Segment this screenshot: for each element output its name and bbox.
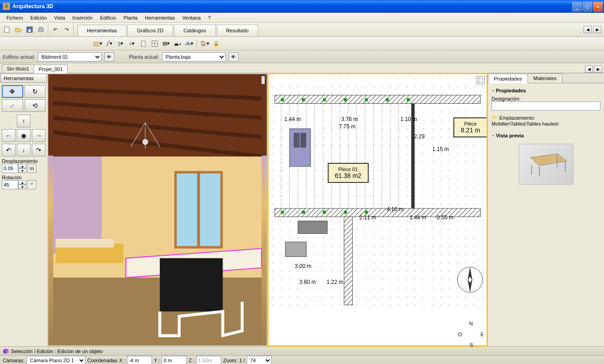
nav-rotright-button[interactable]: ↷ (32, 144, 46, 157)
menu-help[interactable]: ? (204, 14, 214, 21)
move-tool-button[interactable]: ✥ (2, 85, 23, 98)
line-button[interactable]: ╱▾ (104, 39, 114, 49)
house-button[interactable]: 🏠▾ (200, 39, 210, 49)
svg-rect-34 (344, 217, 352, 305)
floorplan-icon (269, 74, 487, 309)
section-properties-head[interactable]: Propiedades (492, 86, 600, 95)
coord-x-input[interactable] (127, 356, 152, 364)
doctab-project[interactable]: Projet_001 (34, 65, 68, 73)
dim-9: 1.44 m (410, 214, 426, 221)
open-file-button[interactable] (13, 25, 23, 35)
displacement-up-button[interactable]: ▴ (18, 164, 26, 168)
orbit-tool-button[interactable]: ⟲ (25, 99, 46, 112)
zoom-select[interactable]: 74 (247, 356, 272, 364)
ribbon-next-button[interactable]: ▶ (593, 26, 601, 33)
nav-down-button[interactable]: ↓ (17, 144, 30, 157)
room-label-2: Pièce 8.21 m (453, 117, 487, 137)
tab-result[interactable]: Resultado (217, 25, 259, 36)
tab-catalogs[interactable]: Catálogos (174, 25, 216, 36)
doctab-untitled[interactable]: Sin título1 (2, 64, 34, 73)
camera-select[interactable]: Cámara Plano 2D 1 (26, 356, 86, 364)
nav-up-button[interactable]: ↑ (17, 115, 30, 127)
tab-properties[interactable]: Propiedades (488, 74, 528, 83)
svg-rect-63 (281, 211, 284, 214)
floor-visibility-button[interactable]: 👁 (228, 52, 239, 61)
menu-view[interactable]: Vista (51, 14, 69, 21)
dim-2: 3.76 m (341, 116, 358, 122)
coord-y-input[interactable] (162, 356, 187, 364)
nav-left-button[interactable]: ← (2, 129, 15, 142)
wall-button[interactable]: ▾ (93, 39, 103, 49)
window-button[interactable] (150, 39, 160, 49)
titlebar: A Arquitectura 3D _ □ ✕ (0, 0, 604, 13)
terrain-button[interactable]: ⛰▾ (173, 39, 183, 49)
dim-3: 7.75 m (339, 123, 356, 130)
compass-e: E (481, 332, 484, 337)
roof-button[interactable]: ▾ (184, 39, 194, 49)
document-tabs: Sin título1 Projet_001 ◀ ▶ (0, 63, 604, 73)
designation-input[interactable] (492, 101, 600, 111)
stairs-button[interactable]: ▤▾ (161, 39, 171, 49)
close-button[interactable]: ✕ (593, 2, 603, 11)
displacement-down-button[interactable]: ▾ (18, 168, 26, 173)
svg-rect-0 (5, 27, 9, 32)
main-area: Herramientas ✥ ↻ ⟋ ⟲ ↑ ← ◉ → ↶ ↓ ↷ Despl… (0, 73, 604, 346)
opening-button[interactable]: ⌂▾ (127, 39, 137, 49)
maximize-button[interactable]: □ (583, 2, 592, 11)
menu-tools[interactable]: Herramientas (141, 14, 178, 21)
displacement-unit: m (27, 164, 36, 173)
nav-center-button[interactable]: ◉ (17, 129, 30, 142)
minimize-button[interactable]: _ (572, 2, 582, 11)
selector-row: Edificio actual: Bâtiment 01 👁 Planta ac… (0, 51, 604, 63)
folder-icon: 📁 (492, 115, 498, 121)
pan-tool-button[interactable]: ⟋ (2, 99, 23, 112)
room1-area: 61.38 m2 (335, 172, 361, 179)
doctab-prev-button[interactable]: ◀ (585, 66, 593, 73)
menu-floor[interactable]: Planta (120, 14, 141, 21)
dim-4: 1.10 m (401, 116, 417, 122)
rotation-up-button[interactable]: ▴ (18, 180, 26, 185)
building-select[interactable]: Bâtiment 01 (38, 52, 102, 61)
nav-right-button[interactable]: → (32, 129, 46, 142)
door-button[interactable] (138, 39, 148, 49)
menu-edit[interactable]: Edición (27, 14, 51, 21)
building-visibility-button[interactable]: 👁 (104, 52, 114, 61)
viewport-3d[interactable]: ⛶ (48, 74, 267, 345)
lock-button[interactable]: 🔒 (211, 39, 221, 49)
redo-button[interactable]: ↷ (61, 25, 71, 35)
menu-building[interactable]: Edificio (96, 14, 120, 21)
tab-graphics2d[interactable]: Gráficos 2D (127, 25, 173, 36)
title-text: Arquitectura 3D (12, 3, 572, 10)
rotation-input[interactable] (2, 180, 18, 189)
menu-insert[interactable]: Inserción (69, 14, 96, 21)
svg-rect-58 (323, 98, 325, 101)
column-button[interactable]: ▯▾ (116, 39, 126, 49)
toolbar-row: ▾ ╱▾ ▯▾ ⌂▾ ▤▾ ⛰▾ ▾ 🏠▾ 🔒 (0, 37, 604, 51)
displacement-input[interactable] (2, 164, 18, 173)
save-button[interactable] (25, 25, 35, 35)
dim-6: 1.15 m (432, 146, 449, 152)
menu-file[interactable]: Fichero (3, 14, 27, 21)
scene-3d-icon (48, 74, 267, 345)
rotation-down-button[interactable]: ▾ (18, 185, 26, 189)
svg-rect-62 (407, 98, 410, 101)
doctab-next-button[interactable]: ▶ (594, 66, 602, 73)
new-file-button[interactable] (2, 25, 12, 35)
ribbon-prev-button[interactable]: ◀ (584, 26, 592, 33)
rotate-tool-button[interactable]: ↻ (25, 85, 46, 98)
floor-select[interactable]: Planta baja (162, 52, 226, 61)
menu-window[interactable]: Ventana (178, 14, 204, 21)
section-preview-head[interactable]: Vista previa (492, 131, 600, 140)
tab-tools[interactable]: Herramientas (77, 25, 127, 36)
nav-rotleft-button[interactable]: ↶ (2, 144, 15, 157)
rotation-unit-button[interactable]: ° (27, 180, 36, 189)
viewport-2d[interactable]: ⛶ P (269, 74, 487, 345)
room1-name: Pièce 01 (335, 167, 361, 172)
tab-materials[interactable]: Materiales (528, 73, 563, 83)
coord-z-label: Z : (188, 358, 194, 363)
dim-5: 2.29 (414, 133, 425, 140)
undo-button[interactable]: ↶ (50, 25, 60, 35)
coord-x-label: X : (119, 358, 125, 363)
svg-rect-19 (200, 173, 220, 246)
print-button[interactable] (36, 25, 46, 35)
